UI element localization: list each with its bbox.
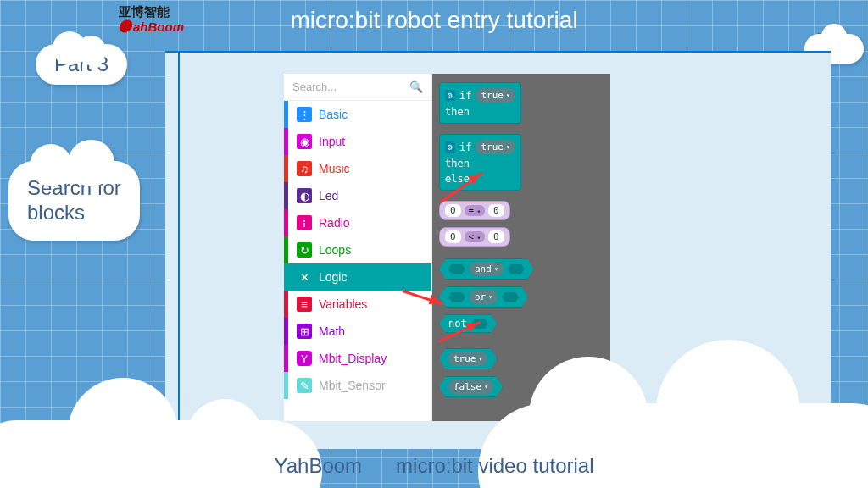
- signal-icon: ⫶: [297, 215, 312, 230]
- gear-icon[interactable]: ⚙: [445, 90, 455, 101]
- category-basic[interactable]: ⋮⋮⋮Basic: [284, 101, 431, 128]
- category-radio[interactable]: ⫶Radio: [284, 209, 431, 236]
- toggle-icon: ◐: [297, 188, 312, 203]
- category-logic[interactable]: ✕Logic: [284, 263, 431, 291]
- number-input[interactable]: 0: [445, 230, 461, 243]
- true-block[interactable]: true: [439, 348, 497, 369]
- category-mbit-sensor[interactable]: ✎Mbit_Sensor: [284, 372, 431, 399]
- category-input[interactable]: ◉Input: [284, 128, 431, 155]
- if-then-block[interactable]: ⚙if true then: [439, 82, 521, 124]
- equals-block[interactable]: 0 = 0: [439, 201, 510, 220]
- bool-dropdown[interactable]: false: [448, 380, 493, 394]
- search-input[interactable]: Search... 🔍: [284, 74, 431, 101]
- operator-dropdown[interactable]: <: [465, 231, 485, 242]
- bool-dropdown[interactable]: true: [448, 352, 487, 366]
- calculator-icon: ⊞: [297, 324, 312, 339]
- search-icon: 🔍: [409, 80, 423, 93]
- slide-subtitle: Search for blocks: [8, 161, 140, 241]
- category-math[interactable]: ⊞Math: [284, 318, 431, 345]
- true-dropdown[interactable]: true: [476, 140, 515, 154]
- list-icon: ≡: [297, 297, 312, 312]
- display-icon: Y: [297, 351, 312, 366]
- number-input[interactable]: 0: [488, 230, 504, 243]
- number-input[interactable]: 0: [488, 204, 504, 217]
- and-dropdown[interactable]: and: [470, 262, 504, 276]
- category-mbit-display[interactable]: YMbit_Display: [284, 345, 431, 372]
- refresh-icon: ↻: [297, 242, 312, 258]
- category-music[interactable]: ♫Music: [284, 155, 431, 182]
- part-label: Part 3: [36, 44, 127, 85]
- category-led[interactable]: ◐Led: [284, 182, 431, 209]
- number-input[interactable]: 0: [445, 204, 461, 217]
- footer-text: micro:bit video tutorial: [396, 454, 593, 478]
- category-loops[interactable]: ↻Loops: [284, 236, 431, 263]
- sensor-icon: ✎: [297, 378, 312, 393]
- brand-logo: 亚博智能 ahBoom: [119, 4, 184, 35]
- false-block[interactable]: false: [439, 376, 503, 397]
- target-icon: ◉: [297, 134, 312, 149]
- true-dropdown[interactable]: true: [476, 88, 515, 103]
- operator-dropdown[interactable]: =: [465, 205, 485, 216]
- shuffle-icon: ✕: [297, 269, 312, 285]
- footer: YahBoom micro:bit video tutorial: [0, 429, 868, 488]
- lessthan-block[interactable]: 0 < 0: [439, 227, 510, 247]
- gear-icon[interactable]: ⚙: [445, 141, 455, 152]
- grid-icon: ⋮⋮⋮: [297, 107, 312, 122]
- headphones-icon: ♫: [297, 161, 312, 176]
- and-block[interactable]: and: [439, 258, 534, 280]
- category-panel: Search... 🔍 ⋮⋮⋮Basic ◉Input ♫Music ◐Led …: [284, 74, 432, 421]
- or-block[interactable]: or: [439, 286, 528, 308]
- or-dropdown[interactable]: or: [470, 290, 498, 304]
- if-then-else-block[interactable]: ⚙if true then else: [439, 134, 521, 191]
- page-title: micro:bit robot entry tutorial: [290, 7, 577, 34]
- footer-brand: YahBoom: [274, 454, 362, 478]
